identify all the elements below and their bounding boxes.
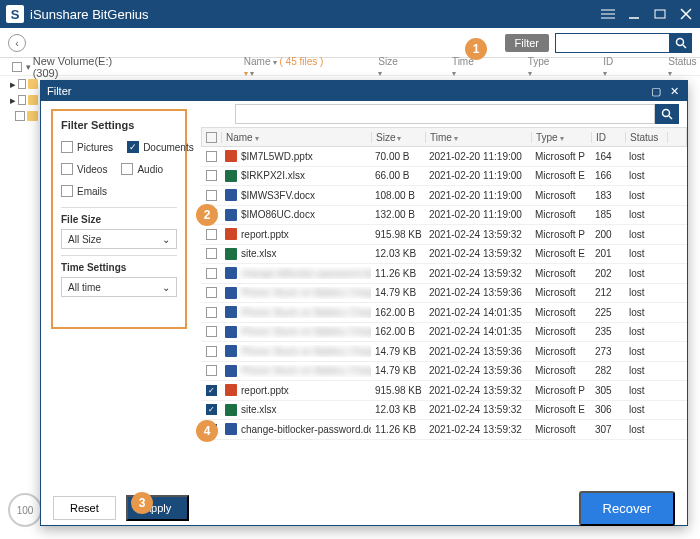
file-time: 2021-02-24 13:59:32 <box>425 404 531 415</box>
documents-checkbox[interactable]: ✓Documents <box>127 141 194 153</box>
minimize-icon[interactable] <box>626 6 642 22</box>
tree-checkbox[interactable] <box>15 111 25 121</box>
row-checkbox[interactable]: ✓ <box>206 385 217 396</box>
row-checkbox[interactable] <box>206 229 217 240</box>
tree-checkbox[interactable] <box>18 95 26 105</box>
file-size: 162.00 B <box>371 307 425 318</box>
file-size: 11.26 KB <box>371 424 425 435</box>
file-size-select[interactable]: All Size⌄ <box>61 229 177 249</box>
dialog-close-icon[interactable]: ✕ <box>667 85 681 98</box>
file-time: 2021-02-24 13:59:32 <box>425 424 531 435</box>
table-row[interactable]: change-bitlocker-password.docx11.26 KB20… <box>201 264 687 284</box>
file-size: 132.00 B <box>371 209 425 220</box>
file-icon <box>225 326 237 338</box>
table-row[interactable]: $IMWS3FV.docx108.00 B2021-02-20 11:19:00… <box>201 186 687 206</box>
file-type: Microsoft <box>531 209 591 220</box>
search-input[interactable] <box>555 33 670 53</box>
table-row[interactable]: site.xlsx12.03 KB2021-02-24 13:59:32Micr… <box>201 245 687 265</box>
file-type: Microsoft <box>531 424 591 435</box>
file-icon <box>225 209 237 221</box>
file-list-header: Name Size Time Type ID Status <box>201 127 687 147</box>
row-checkbox[interactable] <box>206 307 217 318</box>
filter-button[interactable]: Filter <box>505 34 549 52</box>
row-checkbox[interactable]: ✓ <box>206 404 217 415</box>
file-id: 164 <box>591 151 625 162</box>
pictures-checkbox[interactable]: Pictures <box>61 141 113 153</box>
table-row[interactable]: ✓report.pptx915.98 KB2021-02-24 13:59:32… <box>201 381 687 401</box>
col-size[interactable]: Size <box>372 132 426 143</box>
file-type: Microsoft E <box>531 248 591 259</box>
col-time[interactable]: Time <box>426 132 532 143</box>
select-all-checkbox[interactable] <box>206 132 217 143</box>
chevron-down-icon: ⌄ <box>162 234 170 245</box>
callout-1: 1 <box>465 38 487 60</box>
row-checkbox[interactable] <box>206 268 217 279</box>
file-id: 166 <box>591 170 625 181</box>
row-checkbox[interactable] <box>206 287 217 298</box>
recover-button[interactable]: Recover <box>579 491 675 526</box>
file-size: 14.79 KB <box>371 287 425 298</box>
table-row[interactable]: $IMO86UC.docx132.00 B2021-02-20 11:19:00… <box>201 206 687 226</box>
svg-rect-4 <box>655 10 665 18</box>
col-id[interactable]: ID <box>592 132 626 143</box>
menu-icon[interactable] <box>600 6 616 22</box>
table-row[interactable]: Phone Stuck on Battery Charging Log14.79… <box>201 284 687 304</box>
table-row[interactable]: Phone Stuck on Battery Charging Log162.0… <box>201 303 687 323</box>
tree-checkbox[interactable] <box>12 62 22 72</box>
row-checkbox[interactable] <box>206 326 217 337</box>
reset-button[interactable]: Reset <box>53 496 116 520</box>
file-icon <box>225 248 237 260</box>
file-status: lost <box>625 170 667 181</box>
time-settings-select[interactable]: All time⌄ <box>61 277 177 297</box>
file-icon <box>225 267 237 279</box>
chevron-down-icon: ⌄ <box>162 282 170 293</box>
table-row[interactable]: ✓change-bitlocker-password.docx11.26 KB2… <box>201 420 687 440</box>
col-size[interactable]: Size <box>378 56 402 78</box>
table-row[interactable]: Phone Stuck on Battery Charging Log14.79… <box>201 362 687 382</box>
title-bar: S iSunshare BitGenius <box>0 0 700 28</box>
search-icon[interactable] <box>670 33 692 53</box>
row-checkbox[interactable] <box>206 151 217 162</box>
back-button[interactable]: ‹ <box>8 34 26 52</box>
file-list-panel: Name Size Time Type ID Status $IM7L5WD.p… <box>197 101 687 489</box>
file-icon <box>225 189 237 201</box>
videos-checkbox[interactable]: Videos <box>61 163 107 175</box>
file-time: 2021-02-24 13:59:32 <box>425 385 531 396</box>
folder-icon <box>28 79 38 89</box>
close-icon[interactable] <box>678 6 694 22</box>
col-type[interactable]: Type <box>532 132 592 143</box>
file-name: Phone Stuck on Battery Charging Log <box>241 365 371 376</box>
table-row[interactable]: $IRKPX2I.xlsx66.00 B2021-02-20 11:19:00M… <box>201 167 687 187</box>
row-checkbox[interactable] <box>206 170 217 181</box>
file-status: lost <box>625 190 667 201</box>
table-row[interactable]: report.pptx915.98 KB2021-02-24 13:59:32M… <box>201 225 687 245</box>
table-row[interactable]: Phone Stuck on Battery Charging Log162.0… <box>201 323 687 343</box>
col-status[interactable]: Status <box>626 132 668 143</box>
row-checkbox[interactable] <box>206 248 217 259</box>
col-name[interactable]: Name <box>222 132 372 143</box>
file-name: $IRKPX2I.xlsx <box>241 170 305 181</box>
row-checkbox[interactable] <box>206 190 217 201</box>
file-time: 2021-02-24 14:01:35 <box>425 307 531 318</box>
col-type[interactable]: Type <box>528 56 554 78</box>
volume-label[interactable]: New Volume(E:)(309) <box>33 55 134 79</box>
file-status: lost <box>625 404 667 415</box>
audio-checkbox[interactable]: Audio <box>121 163 163 175</box>
toolbar: ‹ Filter <box>0 28 700 58</box>
row-checkbox[interactable] <box>206 365 217 376</box>
file-status: lost <box>625 385 667 396</box>
row-checkbox[interactable] <box>206 346 217 357</box>
search-icon[interactable] <box>655 104 679 124</box>
maximize-icon[interactable] <box>652 6 668 22</box>
file-id: 200 <box>591 229 625 240</box>
tree-checkbox[interactable] <box>18 79 26 89</box>
filter-search-input[interactable] <box>235 104 655 124</box>
col-name[interactable]: Name ( 45 files ) <box>244 56 329 78</box>
table-row[interactable]: Phone Stuck on Battery Charging Log14.79… <box>201 342 687 362</box>
dialog-maximize-icon[interactable]: ▢ <box>649 85 663 98</box>
table-row[interactable]: ✓site.xlsx12.03 KB2021-02-24 13:59:32Mic… <box>201 401 687 421</box>
emails-checkbox[interactable]: Emails <box>61 185 107 197</box>
file-time: 2021-02-24 13:59:32 <box>425 229 531 240</box>
table-row[interactable]: $IM7L5WD.pptx70.00 B2021-02-20 11:19:00M… <box>201 147 687 167</box>
file-name: report.pptx <box>241 385 289 396</box>
